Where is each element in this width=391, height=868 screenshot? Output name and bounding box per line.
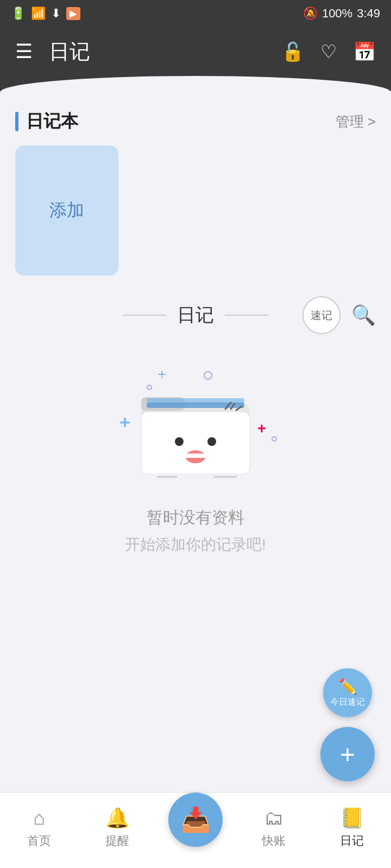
add-fab[interactable]: + xyxy=(320,727,375,781)
sim-icon: 🔋 xyxy=(11,7,26,21)
title-bar-accent xyxy=(15,112,18,131)
svg-point-5 xyxy=(175,437,184,446)
deco-circle-3 xyxy=(272,436,277,442)
notebook-grid: 添加 xyxy=(15,145,376,276)
pencil-icon: ✏️ xyxy=(338,678,357,695)
status-bar: 🔋 📶 ⬇ ▶ 🔕 100% 3:49 xyxy=(0,0,391,27)
empty-folder-svg xyxy=(130,371,261,480)
home-icon: ⌂ xyxy=(33,807,45,829)
diary-line-left xyxy=(123,315,166,316)
deco-plus-2: + xyxy=(119,412,130,433)
nav-quickaccount[interactable]: 🗂 快账 xyxy=(235,807,313,849)
add-icon: + xyxy=(340,739,355,769)
today-note-fab[interactable]: ✏️ 今日速记 xyxy=(323,668,372,717)
page-title: 日记 xyxy=(49,38,265,66)
home-label: 首页 xyxy=(27,833,51,849)
empty-primary-text: 暂时没有资料 xyxy=(147,507,244,529)
wave-separator xyxy=(0,76,391,92)
battery-level: 100% xyxy=(322,7,352,21)
nav-home[interactable]: ⌂ 首页 xyxy=(0,807,78,849)
heart-icon[interactable]: ♡ xyxy=(320,41,337,62)
today-note-label: 今日速记 xyxy=(330,697,365,708)
status-right: 🔕 100% 3:49 xyxy=(303,7,380,21)
status-left-icons: 🔋 📶 ⬇ ▶ xyxy=(11,7,80,21)
bell-icon: 🔔 xyxy=(105,807,130,829)
quick-note-button[interactable]: 速记 xyxy=(302,296,340,334)
empty-secondary-text: 开始添加你的记录吧! xyxy=(125,534,266,555)
add-notebook-card[interactable]: 添加 xyxy=(15,145,118,276)
svg-rect-4 xyxy=(141,412,250,474)
download-icon: ⬇ xyxy=(51,7,61,21)
nav-center-item: 📥 xyxy=(156,809,235,847)
header: ☰ 日记 🔓 ♡ 📅 xyxy=(0,27,391,76)
quickaccount-icon: 🗂 xyxy=(264,807,283,829)
empty-illustration: + + + xyxy=(114,360,277,490)
diary-nav-icon: 📒 xyxy=(340,807,364,829)
bottom-nav: ⌂ 首页 🔔 提醒 📥 🗂 快账 📒 日记 xyxy=(0,792,391,868)
add-notebook-label: 添加 xyxy=(49,199,84,222)
diary-line-right xyxy=(225,315,268,316)
notification-icon: ▶ xyxy=(66,7,80,20)
svg-rect-8 xyxy=(186,454,205,458)
search-icon[interactable]: 🔍 xyxy=(351,304,376,327)
fab-container: ✏️ 今日速记 + xyxy=(320,668,375,781)
notebook-title-group: 日记本 xyxy=(15,110,78,133)
nav-reminder[interactable]: 🔔 提醒 xyxy=(78,807,156,849)
manage-button[interactable]: 管理 > xyxy=(336,112,376,131)
mute-icon: 🔕 xyxy=(303,7,318,21)
menu-icon[interactable]: ☰ xyxy=(15,40,33,63)
empty-state: + + + xyxy=(15,360,376,555)
inbox-icon: 📥 xyxy=(181,806,211,834)
diary-nav-label: 日记 xyxy=(340,833,364,849)
nav-diary[interactable]: 📒 日记 xyxy=(313,807,391,849)
nav-center-button[interactable]: 📥 xyxy=(168,793,223,847)
notebook-section-title: 日记本 xyxy=(26,110,78,133)
notebook-section-header: 日记本 管理 > xyxy=(15,110,376,133)
diary-title-group: 日记 xyxy=(123,303,268,328)
quick-note-label: 速记 xyxy=(311,308,332,323)
time: 3:49 xyxy=(357,7,380,21)
diary-section-title: 日记 xyxy=(177,303,214,328)
quickaccount-label: 快账 xyxy=(262,833,286,849)
lock-icon[interactable]: 🔓 xyxy=(281,41,304,62)
svg-point-6 xyxy=(207,437,216,446)
reminder-label: 提醒 xyxy=(105,833,129,849)
calendar-icon[interactable]: 📅 xyxy=(353,41,376,62)
diary-header-row: 日记 速记 🔍 xyxy=(15,303,376,328)
wifi-icon: 📶 xyxy=(31,7,46,21)
header-actions: 🔓 ♡ 📅 xyxy=(281,41,376,62)
